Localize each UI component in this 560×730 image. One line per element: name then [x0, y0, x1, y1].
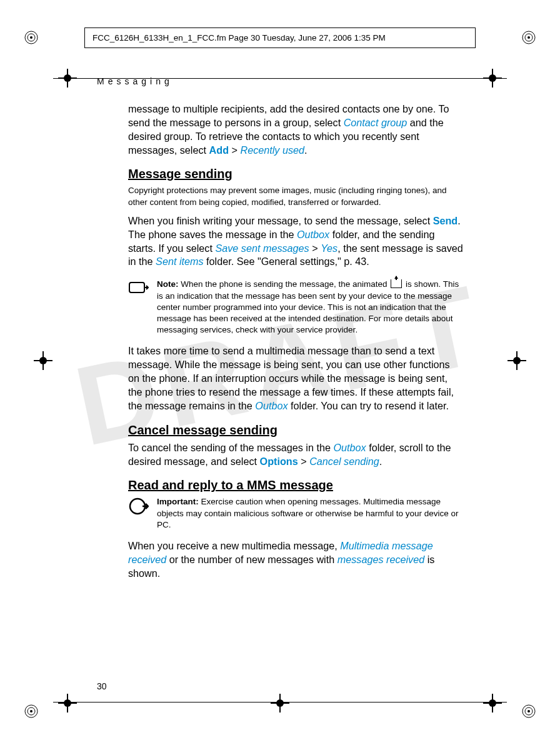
text: To cancel the sending of the messages in…	[128, 442, 333, 453]
ui-path-outbox: Outbox	[255, 400, 288, 411]
text: When the phone is sending the message, t…	[181, 279, 389, 289]
footer-rule	[53, 702, 507, 702]
ui-path-sent-items: Sent items	[156, 256, 203, 267]
text: .	[379, 456, 382, 467]
svg-point-11	[528, 710, 530, 712]
page-number: 30	[97, 681, 107, 691]
mms-receive-p1: When you receive a new multimedia messag…	[128, 539, 463, 581]
note-text: Note: When the phone is sending the mess…	[157, 279, 463, 336]
crop-target-icon	[58, 694, 77, 712]
crop-spiral-icon	[24, 704, 39, 719]
ui-path-cancel-sending: Cancel sending	[309, 456, 379, 467]
important-text: Important: Exercise caution when opening…	[157, 496, 463, 531]
heading-cancel-sending: Cancel message sending	[128, 423, 463, 438]
note-block: Note: When the phone is sending the mess…	[128, 279, 463, 336]
heading-message-sending: Message sending	[128, 167, 463, 181]
svg-point-5	[528, 36, 530, 39]
ui-path-outbox: Outbox	[333, 442, 366, 453]
text: .	[304, 144, 308, 156]
section-label: Messaging	[97, 76, 173, 86]
crop-spiral-icon	[24, 30, 39, 45]
text: When you receive a new multimedia messag…	[128, 540, 340, 551]
crop-spiral-icon	[521, 704, 536, 719]
text: >	[309, 242, 321, 254]
ui-path-yes: Yes	[321, 242, 338, 254]
ui-path-recently-used: Recently used	[240, 144, 304, 156]
message-sending-p1: When you finish writing your message, to…	[128, 214, 463, 269]
copyright-notice: Copyright protections may prevent some i…	[128, 185, 463, 208]
ui-path-save-sent: Save sent messages	[215, 242, 309, 254]
content-area: message to multiple recipients, add the …	[128, 102, 463, 591]
ui-path-contact-group: Contact group	[344, 117, 408, 128]
crop-target-icon	[508, 351, 526, 370]
crop-spiral-icon	[521, 30, 536, 45]
important-icon	[129, 498, 149, 515]
cancel-sending-p1: To cancel the sending of the messages in…	[128, 441, 463, 469]
text: folder. See "General settings," p. 43.	[204, 256, 369, 267]
crop-target-icon	[483, 694, 502, 712]
heading-read-reply-mms: Read and reply to a MMS message	[128, 478, 463, 492]
text: Exercise caution when opening messages. …	[157, 497, 458, 529]
text: folder. You can try to resend it later.	[288, 400, 449, 411]
svg-point-8	[30, 710, 32, 712]
text: >	[298, 456, 309, 467]
note-label: Note:	[157, 279, 181, 289]
ui-cmd-options: Options	[260, 456, 298, 467]
ui-cmd-send: Send	[433, 215, 458, 226]
svg-rect-12	[129, 282, 144, 292]
note-icon	[129, 280, 149, 296]
ui-path-outbox: Outbox	[297, 229, 329, 240]
sending-animation-icon	[391, 279, 402, 288]
ui-cmd-add: Add	[209, 144, 229, 156]
crop-target-icon	[271, 694, 289, 712]
text: or the number of new messages with	[166, 554, 338, 565]
text: When you finish writing your message, to…	[128, 215, 433, 226]
svg-point-2	[30, 36, 32, 39]
crop-target-icon	[34, 351, 52, 370]
message-sending-p2: It takes more time to send a multimedia …	[128, 344, 463, 412]
text: >	[229, 144, 240, 156]
intro-paragraph: message to multiple recipients, add the …	[128, 102, 463, 157]
ui-status-messages-received: messages received	[338, 554, 424, 565]
important-label: Important:	[157, 497, 201, 506]
header-filename: FCC_6126H_6133H_en_1_FCC.fm Page 30 Tues…	[84, 28, 476, 48]
important-block: Important: Exercise caution when opening…	[128, 496, 463, 531]
